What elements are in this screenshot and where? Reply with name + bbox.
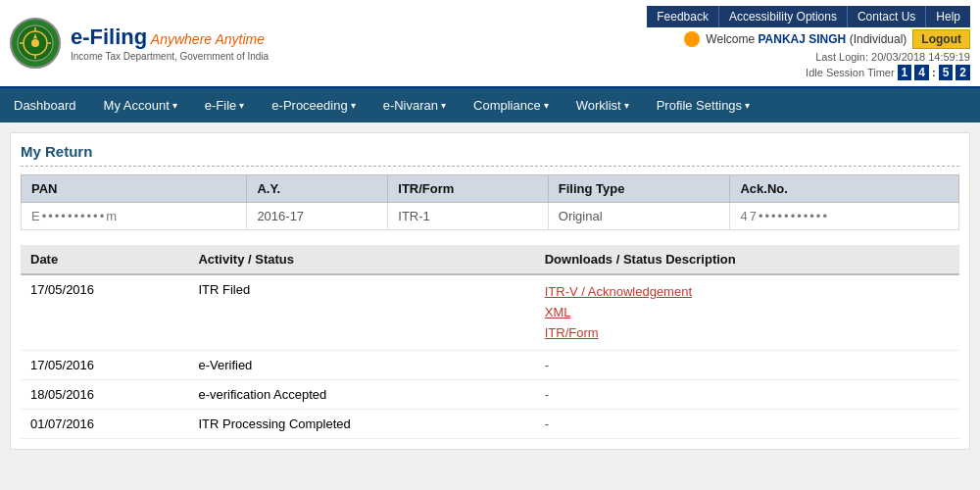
efiling-tagline: Anywhere Anytime xyxy=(151,31,265,47)
no-download-dash: - xyxy=(545,387,549,402)
efile-arrow-icon: ▾ xyxy=(239,100,244,111)
return-ackno: 47••••••••••• xyxy=(730,203,959,230)
idle-timer: Idle Session Timer 1 4 : 5 2 xyxy=(806,65,970,80)
nav-compliance[interactable]: Compliance ▾ xyxy=(460,88,563,122)
efiling-dept-label: Income Tax Department, Government of Ind… xyxy=(71,51,269,62)
efiling-name-label: e-Filing xyxy=(71,24,147,49)
return-filing-type: Original xyxy=(548,203,730,230)
my-account-arrow-icon: ▾ xyxy=(172,100,177,111)
logout-button[interactable]: Logout xyxy=(912,29,970,49)
col-ay: A.Y. xyxy=(247,175,388,203)
activity-row: 18/05/2016e-verification Accepted- xyxy=(21,380,959,410)
col-activity: Activity / Status xyxy=(188,245,534,274)
return-row: E••••••••••m 2016-17 ITR-1 Original 47••… xyxy=(22,203,959,230)
nav-dashboard[interactable]: Dashboard xyxy=(0,88,90,122)
activity-status: e-Verified xyxy=(188,351,534,380)
top-bar: e-Filing Anywhere Anytime Income Tax Dep… xyxy=(0,0,980,88)
govt-logo xyxy=(10,18,61,69)
activity-downloads: ITR-V / AcknowledgementXMLITR/Form xyxy=(535,274,959,351)
activity-date: 17/05/2016 xyxy=(21,351,188,380)
activity-date: 01/07/2016 xyxy=(21,410,188,439)
last-login-info: Last Login: 20/03/2018 14:59:19 xyxy=(815,51,970,63)
col-date: Date xyxy=(21,245,188,274)
nav-my-account[interactable]: My Account ▾ xyxy=(90,88,191,122)
user-type-label: (Individual) xyxy=(850,32,907,46)
return-ay: 2016-17 xyxy=(247,203,388,230)
welcome-text: Welcome PANKAJ SINGH (Individual) xyxy=(706,32,906,46)
efiling-brand: e-Filing Anywhere Anytime Income Tax Dep… xyxy=(71,24,269,62)
activity-downloads: - xyxy=(535,351,959,380)
accessibility-link[interactable]: Accessibility Options xyxy=(719,6,848,27)
user-info-row: Welcome PANKAJ SINGH (Individual) Logout xyxy=(684,29,970,49)
nav-worklist[interactable]: Worklist ▾ xyxy=(563,88,643,122)
activity-status: e-verification Accepted xyxy=(188,380,534,410)
eproceeding-arrow-icon: ▾ xyxy=(351,100,356,111)
nav-eproceeding[interactable]: e-Proceeding ▾ xyxy=(258,88,368,122)
activity-table: Date Activity / Status Downloads / Statu… xyxy=(21,245,959,439)
col-downloads: Downloads / Status Description xyxy=(535,245,959,274)
username-label: PANKAJ SINGH xyxy=(759,32,847,46)
contact-link[interactable]: Contact Us xyxy=(848,6,926,27)
my-return-title: My Return xyxy=(21,143,959,167)
main-content: My Return PAN A.Y. ITR/Form Filing Type … xyxy=(10,132,970,450)
user-avatar-icon xyxy=(684,31,700,47)
nav-enivaran[interactable]: e-Nivaran ▾ xyxy=(369,88,460,122)
nav-efile[interactable]: e-File ▾ xyxy=(191,88,259,122)
logo-section: e-Filing Anywhere Anytime Income Tax Dep… xyxy=(10,18,269,69)
activity-downloads: - xyxy=(535,380,959,410)
help-link[interactable]: Help xyxy=(926,6,970,27)
nav-profile[interactable]: Profile Settings ▾ xyxy=(643,88,763,122)
download-link[interactable]: ITR-V / Acknowledgement xyxy=(545,282,950,303)
activity-row: 17/05/2016ITR FiledITR-V / Acknowledgeme… xyxy=(21,274,959,351)
download-link[interactable]: ITR/Form xyxy=(545,323,950,344)
activity-status: ITR Filed xyxy=(188,274,534,351)
col-ackno: Ack.No. xyxy=(730,175,959,203)
idle-timer-label: Idle Session Timer xyxy=(806,67,894,78)
svg-point-2 xyxy=(31,39,39,47)
return-itrform: ITR-1 xyxy=(388,203,548,230)
timer-digit-4: 2 xyxy=(956,65,970,80)
activity-status: ITR Processing Completed xyxy=(188,410,534,439)
no-download-dash: - xyxy=(545,358,549,372)
col-itrform: ITR/Form xyxy=(388,175,548,203)
timer-colon: : xyxy=(932,67,936,78)
top-links-bar: Feedback Accessibility Options Contact U… xyxy=(647,6,970,27)
no-download-dash: - xyxy=(545,416,549,431)
feedback-link[interactable]: Feedback xyxy=(647,6,719,27)
download-link[interactable]: XML xyxy=(545,303,950,323)
timer-digit-2: 4 xyxy=(914,65,929,80)
col-pan: PAN xyxy=(22,175,247,203)
timer-digit-3: 5 xyxy=(939,65,954,80)
activity-date: 17/05/2016 xyxy=(21,274,188,351)
timer-digit-1: 1 xyxy=(898,65,912,80)
return-summary-table: PAN A.Y. ITR/Form Filing Type Ack.No. E•… xyxy=(21,174,959,230)
col-filing-type: Filing Type xyxy=(548,175,730,203)
worklist-arrow-icon: ▾ xyxy=(624,100,629,111)
activity-downloads: - xyxy=(535,410,959,439)
main-nav: Dashboard My Account ▾ e-File ▾ e-Procee… xyxy=(0,88,980,122)
return-pan: E••••••••••m xyxy=(22,203,247,230)
activity-row: 17/05/2016e-Verified- xyxy=(21,351,959,380)
activity-date: 18/05/2016 xyxy=(21,380,188,410)
activity-row: 01/07/2016ITR Processing Completed- xyxy=(21,410,959,439)
enivaran-arrow-icon: ▾ xyxy=(441,100,446,111)
profile-arrow-icon: ▾ xyxy=(745,100,750,111)
compliance-arrow-icon: ▾ xyxy=(544,100,549,111)
top-right-section: Feedback Accessibility Options Contact U… xyxy=(647,6,970,80)
